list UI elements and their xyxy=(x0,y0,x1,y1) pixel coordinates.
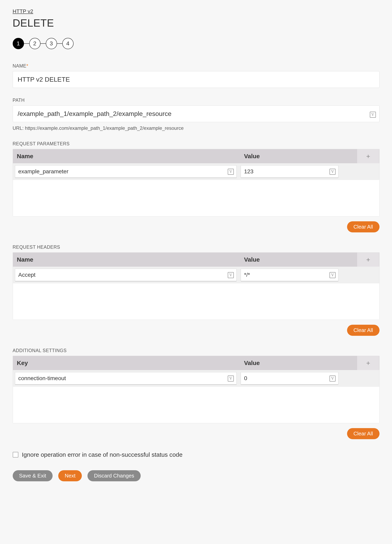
next-button[interactable]: Next xyxy=(58,470,82,481)
request-headers-label: REQUEST HEADERS xyxy=(13,244,380,250)
variable-icon[interactable]: V xyxy=(228,272,234,278)
variable-icon[interactable]: V xyxy=(330,272,336,278)
additional-header-value: Value xyxy=(240,356,357,370)
params-empty-area xyxy=(13,180,379,216)
step-connector xyxy=(57,43,62,44)
table-row: V V xyxy=(13,267,379,283)
params-header-name: Name xyxy=(13,149,240,163)
breadcrumb-link[interactable]: HTTP v2 xyxy=(13,8,33,15)
additional-header-key: Key xyxy=(13,356,240,370)
request-parameters-table: Name Value + V V xyxy=(13,149,380,216)
variable-icon[interactable]: V xyxy=(370,112,376,118)
ignore-error-label: Ignore operation error in case of non-su… xyxy=(22,451,183,458)
headers-add-cell[interactable]: + xyxy=(357,253,379,267)
variable-icon[interactable]: V xyxy=(228,169,234,175)
path-input[interactable] xyxy=(13,105,380,122)
save-exit-button[interactable]: Save & Exit xyxy=(13,470,53,481)
name-label: NAME* xyxy=(13,63,380,69)
name-input[interactable] xyxy=(13,71,380,88)
table-row: V V xyxy=(13,370,379,387)
url-hint: URL: https://example.com/example_path_1/… xyxy=(13,125,380,131)
headers-header-name: Name xyxy=(13,253,240,267)
stepper: 1 2 3 4 xyxy=(13,38,380,49)
step-connector xyxy=(24,43,29,44)
ignore-error-checkbox[interactable] xyxy=(13,452,18,458)
table-row: V V xyxy=(13,163,379,180)
plus-icon: + xyxy=(366,153,370,160)
variable-icon[interactable]: V xyxy=(330,169,336,175)
params-add-cell[interactable]: + xyxy=(357,149,379,163)
path-label: PATH xyxy=(13,98,380,103)
variable-icon[interactable]: V xyxy=(330,375,336,382)
request-headers-table: Name Value + V V xyxy=(13,252,380,320)
request-parameters-label: REQUEST PARAMETERS xyxy=(13,141,380,147)
step-4[interactable]: 4 xyxy=(62,38,74,49)
headers-empty-area xyxy=(13,283,379,320)
additional-settings-table: Key Value + V V xyxy=(13,356,380,423)
param-value-input[interactable] xyxy=(241,165,339,178)
required-star: * xyxy=(26,63,28,69)
step-3[interactable]: 3 xyxy=(46,38,57,49)
plus-icon: + xyxy=(366,256,370,263)
params-clear-all-button[interactable]: Clear All xyxy=(347,221,380,232)
step-2[interactable]: 2 xyxy=(29,38,41,49)
plus-icon: + xyxy=(366,360,370,367)
header-value-input[interactable] xyxy=(241,269,339,281)
params-header-value: Value xyxy=(240,149,357,163)
page-title: DELETE xyxy=(13,17,380,29)
setting-value-input[interactable] xyxy=(241,372,339,385)
param-name-input[interactable] xyxy=(15,165,237,178)
step-connector xyxy=(41,43,46,44)
header-name-input[interactable] xyxy=(15,269,237,281)
setting-key-input[interactable] xyxy=(15,372,237,385)
additional-clear-all-button[interactable]: Clear All xyxy=(347,428,380,439)
additional-add-cell[interactable]: + xyxy=(357,356,379,370)
discard-changes-button[interactable]: Discard Changes xyxy=(88,470,141,481)
headers-clear-all-button[interactable]: Clear All xyxy=(347,325,380,336)
step-1[interactable]: 1 xyxy=(13,38,24,49)
variable-icon[interactable]: V xyxy=(228,375,234,382)
headers-header-value: Value xyxy=(240,253,357,267)
additional-settings-label: ADDITIONAL SETTINGS xyxy=(13,348,380,353)
additional-empty-area xyxy=(13,387,379,423)
